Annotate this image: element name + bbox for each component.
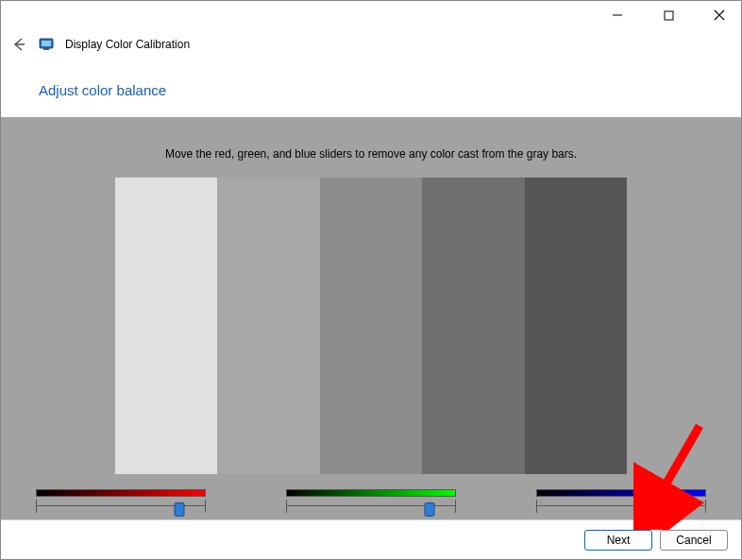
gray-bar-2: [217, 178, 320, 474]
blue-slider[interactable]: [536, 489, 706, 513]
red-track[interactable]: [36, 500, 206, 513]
display-calibration-icon: [39, 37, 54, 52]
page-heading: Adjust color balance: [39, 82, 741, 98]
svg-rect-1: [665, 11, 673, 20]
gray-bar-3: [320, 178, 423, 474]
svg-rect-6: [42, 41, 51, 46]
instruction-text: Move the red, green, and blue sliders to…: [165, 147, 577, 161]
red-thumb[interactable]: [175, 502, 185, 517]
content-area: Move the red, green, and blue sliders to…: [1, 117, 741, 525]
green-thumb[interactable]: [425, 502, 435, 517]
rgb-sliders: [36, 489, 706, 513]
window-title: Display Color Calibration: [65, 38, 190, 51]
next-button[interactable]: Next: [584, 530, 652, 551]
blue-track[interactable]: [536, 500, 706, 513]
gray-bar-1: [115, 178, 218, 474]
window-header: Display Color Calibration: [1, 29, 741, 59]
green-slider[interactable]: [286, 489, 456, 513]
close-button[interactable]: [703, 4, 735, 26]
green-track[interactable]: [286, 500, 456, 513]
page-heading-area: Adjust color balance: [1, 59, 741, 117]
gray-bar-4: [422, 178, 525, 474]
wizard-footer: Next Cancel: [1, 519, 741, 559]
blue-thumb[interactable]: [675, 502, 685, 517]
back-arrow-icon[interactable]: [10, 36, 27, 53]
gray-bar-5: [525, 178, 628, 474]
blue-gradient: [536, 489, 706, 497]
green-gradient: [286, 489, 456, 497]
maximize-button[interactable]: [652, 4, 684, 26]
window-titlebar: [1, 1, 741, 29]
svg-rect-7: [43, 48, 49, 50]
cancel-button[interactable]: Cancel: [660, 530, 728, 551]
minimize-button[interactable]: [601, 4, 633, 26]
red-slider[interactable]: [36, 489, 206, 513]
red-gradient: [36, 489, 206, 497]
gray-bars: [115, 178, 628, 474]
